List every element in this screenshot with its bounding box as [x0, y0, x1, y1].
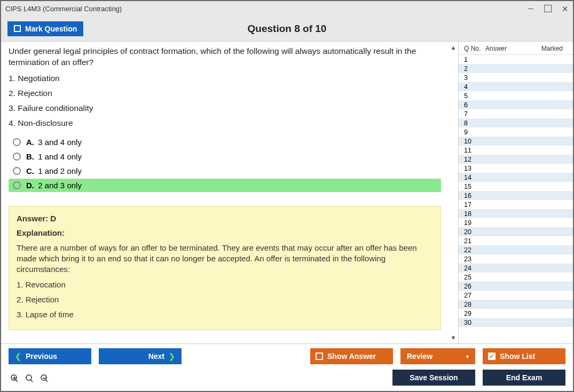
list-item[interactable]: 23 — [459, 254, 573, 263]
scroll-down-icon[interactable]: ▼ — [450, 334, 457, 341]
show-answer-button[interactable]: Show Answer — [310, 348, 393, 364]
list-header: Q No. Answer Marked — [459, 42, 573, 54]
list-item[interactable]: 13 — [459, 164, 573, 173]
row-qno: 9 — [464, 129, 485, 136]
zoom-in-icon[interactable] — [9, 372, 19, 383]
save-session-button[interactable]: Save Session — [392, 370, 475, 386]
row-qno: 13 — [464, 165, 485, 172]
row-qno: 28 — [464, 301, 485, 308]
row-qno: 18 — [464, 210, 485, 218]
list-item[interactable]: 27 — [459, 291, 573, 300]
list-item[interactable]: 15 — [459, 182, 573, 191]
chevron-left-icon: ❮ — [15, 352, 21, 361]
maximize-icon[interactable] — [544, 5, 552, 12]
list-item[interactable]: 20 — [459, 227, 573, 236]
list-item[interactable]: 24 — [459, 263, 573, 273]
row-qno: 20 — [464, 228, 485, 236]
list-item[interactable]: 4 — [459, 82, 573, 91]
question-list[interactable]: 1234567891011121314151617181920212223242… — [459, 54, 573, 343]
row-qno: 24 — [464, 265, 485, 272]
list-item[interactable]: 2 — [459, 64, 573, 73]
option[interactable]: D. 2 and 3 only — [9, 179, 441, 192]
row-qno: 17 — [464, 201, 485, 209]
header-answer: Answer — [485, 45, 541, 52]
question-panel: ▲ ▼ Under general legal principles of co… — [1, 42, 458, 343]
header-marked: Marked — [541, 45, 571, 52]
stem-item: 3. Failure conditionality — [9, 103, 441, 113]
show-list-button[interactable]: Show List — [483, 348, 565, 364]
row-qno: 19 — [464, 219, 485, 227]
options-group: A. 3 and 4 onlyB. 1 and 4 onlyC. 1 and 2… — [9, 135, 441, 192]
review-label: Review — [407, 352, 433, 361]
list-item[interactable]: 7 — [459, 109, 573, 118]
row-qno: 25 — [464, 274, 485, 281]
row-qno: 8 — [464, 119, 485, 127]
list-item[interactable]: 6 — [459, 100, 573, 109]
end-exam-button[interactable]: End Exam — [483, 370, 565, 386]
previous-button[interactable]: ❮ Previous — [9, 348, 91, 364]
footer: ❮ Previous Next ❯ Show Answer Review ▾ S… — [1, 343, 573, 391]
list-item[interactable]: 18 — [459, 209, 573, 218]
footer-row-2: Save Session End Exam — [9, 370, 565, 386]
header-qno: Q No. — [464, 45, 485, 52]
question-counter: Question 8 of 10 — [1, 23, 573, 35]
row-qno: 26 — [464, 283, 485, 290]
list-item[interactable]: 11 — [459, 146, 573, 155]
scroll-up-icon[interactable]: ▲ — [450, 44, 457, 51]
close-icon[interactable]: ✕ — [561, 5, 569, 12]
show-list-label: Show List — [500, 352, 535, 361]
answer-box: Answer: D Explanation: There are a numbe… — [9, 206, 441, 331]
list-item[interactable]: 10 — [459, 137, 573, 146]
show-answer-label: Show Answer — [327, 352, 376, 361]
list-item[interactable]: 17 — [459, 200, 573, 209]
review-button[interactable]: Review ▾ — [400, 348, 475, 364]
radio-icon — [13, 138, 21, 146]
row-qno: 4 — [464, 83, 485, 91]
list-item[interactable]: 5 — [459, 91, 573, 100]
list-item[interactable]: 8 — [459, 118, 573, 127]
row-qno: 10 — [464, 138, 485, 145]
row-qno: 23 — [464, 255, 485, 263]
zoom-out-icon[interactable] — [38, 372, 49, 383]
option[interactable]: C. 1 and 2 only — [9, 164, 441, 178]
list-item[interactable]: 9 — [459, 127, 573, 137]
option[interactable]: B. 1 and 4 only — [9, 150, 441, 163]
list-item[interactable]: 30 — [459, 318, 573, 327]
row-qno: 6 — [464, 101, 485, 109]
next-button[interactable]: Next ❯ — [99, 348, 182, 364]
row-qno: 30 — [464, 319, 485, 326]
list-item[interactable]: 16 — [459, 191, 573, 200]
minimize-icon[interactable] — [527, 5, 534, 12]
checkbox-icon — [316, 353, 323, 360]
zoom-reset-icon[interactable] — [23, 372, 34, 383]
row-qno: 29 — [464, 310, 485, 317]
mark-question-label: Mark Question — [25, 25, 77, 33]
question-scroll[interactable]: Under general legal principles of contra… — [1, 42, 449, 343]
list-item[interactable]: 26 — [459, 282, 573, 291]
row-qno: 22 — [464, 246, 485, 254]
row-qno: 27 — [464, 292, 485, 299]
list-item[interactable]: 22 — [459, 245, 573, 254]
explanation-label: Explanation: — [17, 228, 433, 237]
radio-icon — [13, 181, 21, 189]
titlebar: CIPS L4M3 (Commercial Contracting) ✕ — [1, 1, 573, 16]
question-list-panel: Q No. Answer Marked 12345678910111213141… — [458, 42, 573, 343]
checkbox-icon — [14, 25, 21, 32]
mark-question-button[interactable]: Mark Question — [7, 21, 83, 36]
list-item[interactable]: 28 — [459, 300, 573, 309]
end-exam-label: End Exam — [506, 373, 542, 382]
list-item[interactable]: 1 — [459, 55, 573, 64]
option[interactable]: A. 3 and 4 only — [9, 135, 441, 149]
option-text: A. 3 and 4 only — [26, 138, 82, 147]
list-item[interactable]: 19 — [459, 218, 573, 227]
list-item[interactable]: 12 — [459, 155, 573, 164]
next-label: Next — [148, 352, 164, 361]
list-item[interactable]: 25 — [459, 273, 573, 282]
chevron-down-icon: ▾ — [466, 354, 469, 359]
row-qno: 15 — [464, 183, 485, 190]
list-item[interactable]: 3 — [459, 73, 573, 82]
list-item[interactable]: 21 — [459, 236, 573, 245]
row-qno: 1 — [464, 56, 485, 63]
list-item[interactable]: 14 — [459, 173, 573, 182]
list-item[interactable]: 29 — [459, 309, 573, 318]
